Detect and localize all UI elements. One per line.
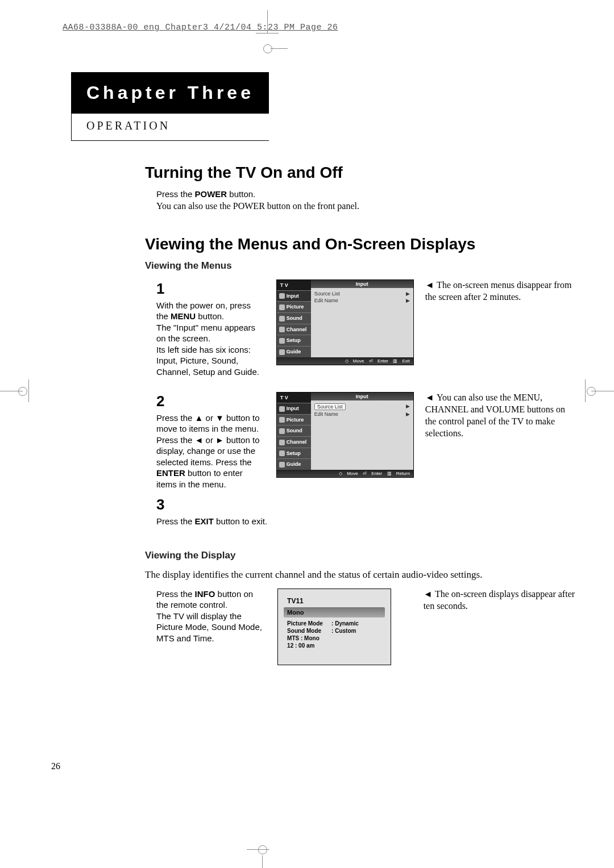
text: button to exit. [214, 516, 267, 526]
step-1-figure: T V Input Picture Sound Channel Setup Gu… [276, 279, 414, 365]
arrow-down-icon: ▼ [215, 413, 224, 423]
tv-tab: Input [277, 290, 311, 302]
tv-tab: Setup [277, 448, 311, 459]
tv-tab: Input [277, 403, 311, 414]
display-figure: TV11 Mono Picture Mode: Dynamic Sound Mo… [277, 589, 412, 665]
section-title-1: Turning the TV On and Off [145, 164, 577, 182]
text: Press the [156, 589, 195, 599]
tv-list-item: Source List [314, 291, 340, 297]
arrow-right-icon: ▶ [406, 298, 410, 303]
text: The TV will display the Picture Mode, So… [156, 611, 262, 643]
display-left-text: Press the INFO button on the remote cont… [156, 589, 266, 644]
chapter-subtitle: OPERATION [72, 114, 269, 140]
text: or [203, 435, 215, 445]
text: Press the [156, 435, 195, 445]
step-3-text: 3 Press the EXIT button to exit. [156, 495, 270, 527]
tv-menu-title: T V [277, 280, 311, 290]
step-2-row: 2 Press the ▲ or ▼ button to move to ite… [156, 392, 577, 490]
section2-sub1: Viewing the Menus [145, 260, 577, 272]
step-2-text: 2 Press the ▲ or ▼ button to move to ite… [156, 392, 265, 490]
step-2-sidenote: You can also use the MENU, CHANNEL and V… [425, 392, 577, 439]
tv-tab: Sound [277, 425, 311, 436]
print-header: AA68-03388A-00_eng_Chapter3 4/21/04 5:23… [63, 23, 591, 32]
tv-tab: Sound [277, 312, 311, 324]
tv-list-item-selected: Source List [314, 403, 346, 410]
page-number: 26 [51, 761, 60, 771]
text-bold: INFO [195, 589, 215, 599]
tv-tab: Picture [277, 301, 311, 312]
section2-sub2: Viewing the Display [145, 550, 577, 561]
tv-tab: Setup [277, 335, 311, 346]
display-sidenote: The on-screen displays disappear after t… [424, 589, 577, 612]
text: The "Input" menu appears on the screen. [156, 323, 255, 344]
chapter-label: Chapter Three [72, 72, 269, 114]
page-content: Chapter Three OPERATION Turning the TV O… [71, 72, 577, 665]
text: Press the [156, 413, 195, 423]
chapter-heading-frame: Chapter Three OPERATION [71, 72, 269, 141]
arrow-right-icon: ► [215, 435, 224, 445]
section-title-2: Viewing the Menus and On-Screen Displays [145, 235, 577, 253]
step-2-figure: T V Input Picture Sound Channel Setup Gu… [276, 392, 414, 478]
text: button. [196, 311, 224, 321]
info-audio: Mono [284, 607, 385, 617]
text: Press the [156, 189, 195, 199]
step-number: 2 [156, 392, 265, 411]
tv-tab: Picture [277, 414, 311, 425]
arrow-up-icon: ▲ [195, 413, 204, 423]
tv-tab: Guide [277, 458, 311, 470]
text-bold: POWER [195, 189, 227, 199]
tv-tab: Channel [277, 436, 311, 448]
tv-menu-footer: ◇ Move ⏎ Enter ▥ Exit [277, 357, 413, 365]
display-intro: The display identifies the current chann… [145, 569, 588, 581]
tv-panel-header: Input [311, 280, 413, 288]
info-kv: Picture Mode: Dynamic Sound Mode: Custom… [284, 617, 385, 649]
info-channel: TV11 [284, 595, 385, 607]
text-bold: MENU [171, 311, 196, 321]
tv-tab: Guide [277, 346, 311, 357]
tv-menu-footer: ◇ Move ⏎ Enter ▥ Return [277, 470, 413, 477]
text-bold: EXIT [195, 516, 214, 526]
tv-menu-screenshot: T V Input Picture Sound Channel Setup Gu… [276, 392, 414, 478]
tv-menu-screenshot: T V Input Picture Sound Channel Setup Gu… [276, 279, 414, 365]
display-row: Press the INFO button on the remote cont… [156, 589, 577, 665]
arrow-right-icon: ▶ [406, 291, 410, 297]
section1-note: You can also use the POWER button on the… [156, 200, 475, 212]
arrow-left-icon: ◄ [195, 435, 204, 445]
tv-menu-title: T V [277, 393, 311, 403]
info-panel-screenshot: TV11 Mono Picture Mode: Dynamic Sound Mo… [277, 589, 391, 665]
tv-tab: Channel [277, 324, 311, 335]
tv-list-item: Edit Name [314, 298, 338, 303]
step-number: 3 [156, 495, 270, 515]
section1-body: Press the POWER button. You can also use… [156, 189, 475, 212]
tv-panel-header: Input [311, 393, 413, 400]
step-1-text: 1 With the power on, press the MENU butt… [156, 279, 265, 377]
tv-list-item: Edit Name [314, 411, 338, 417]
step-1-sidenote: The on-screen menus disappear from the s… [425, 279, 577, 303]
text: button. [227, 189, 255, 199]
text: Press the [156, 516, 195, 526]
manual-page: AA68-03388A-00_eng_Chapter3 4/21/04 5:23… [0, 0, 614, 868]
step-3-row: 3 Press the EXIT button to exit. [156, 495, 577, 527]
text: or [203, 413, 215, 423]
step-number: 1 [156, 279, 265, 299]
arrow-right-icon: ▶ [406, 411, 410, 417]
step-1-row: 1 With the power on, press the MENU butt… [156, 279, 577, 377]
text-bold: ENTER [156, 468, 185, 478]
arrow-right-icon: ▶ [406, 403, 410, 410]
text: Its left side has six icons: Input, Pict… [156, 345, 259, 377]
